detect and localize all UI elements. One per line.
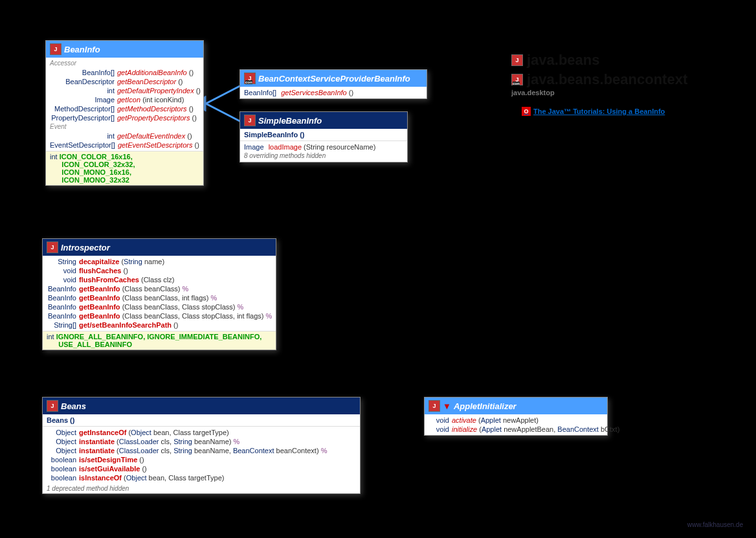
- module-label: java.desktop: [511, 89, 555, 96]
- class-box-appletinitializer[interactable]: J ▼ AppletInitializer voidactivate (Appl…: [424, 397, 608, 436]
- method-row: Objectinstantiate (ClassLoader cls, Stri…: [47, 446, 356, 455]
- class-icon: J: [244, 115, 256, 126]
- constructor-row: SimpleBeanInfo (): [244, 130, 403, 139]
- watermark: www.falkhausen.de: [687, 521, 743, 528]
- method-row: Stringdecapitalize (String name): [47, 257, 272, 266]
- constructor-row: Beans (): [47, 416, 356, 425]
- method-row: MethodDescriptor[]getMethodDescriptors (…: [50, 104, 199, 113]
- class-header: J BeanContextServiceProviderBeanInfo: [240, 70, 427, 87]
- java-icon: J: [511, 54, 523, 66]
- section-label: Accessor: [50, 59, 199, 68]
- class-header: J ▼ AppletInitializer: [425, 398, 607, 414]
- class-icon: J: [47, 241, 58, 253]
- method-row: booleanis/setDesignTime (): [47, 455, 356, 464]
- method-row: String[]get/setBeanInfoSearchPath (): [47, 320, 272, 330]
- method-row: BeanDescriptorgetBeanDescriptor (): [50, 77, 199, 86]
- method-row: BeanInfogetBeanInfo (Class beanClass, Cl…: [47, 311, 272, 320]
- class-icon: J: [50, 43, 61, 55]
- method-row: EventSetDescriptor[]getEventSetDescripto…: [50, 140, 199, 150]
- method-row: BeanInfogetBeanInfo (Class beanClass, Cl…: [47, 302, 272, 311]
- package-title-2: J java.beans.beancontext: [511, 71, 687, 88]
- class-box-introspector[interactable]: J Introspector Stringdecapitalize (Strin…: [42, 238, 276, 350]
- method-row: Image loadImage (String resourceName): [244, 142, 403, 151]
- method-row: BeanInfogetBeanInfo (Class beanClass) %: [47, 284, 272, 293]
- class-header: J BeanInfo: [46, 41, 203, 58]
- method-row: booleanis/setGuiAvailable (): [47, 464, 356, 473]
- method-row: BeanInfogetBeanInfo (Class beanClass, in…: [47, 293, 272, 302]
- method-row: intgetDefaultEventIndex (): [50, 131, 199, 140]
- method-row: Objectinstantiate (ClassLoader cls, Stri…: [47, 437, 356, 446]
- method-row: voidinitialize (Applet newAppletBean, Be…: [428, 425, 603, 434]
- class-icon: J: [244, 73, 256, 84]
- tutorial-link[interactable]: O The Java™ Tutorials: Using a BeanInfo: [522, 107, 665, 116]
- class-icon: J: [428, 400, 440, 412]
- class-box-beaninfo[interactable]: J BeanInfo Accessor BeanInfo[]getAdditio…: [45, 40, 204, 186]
- deprecated-marker-icon: ▼: [443, 401, 451, 411]
- class-icon: J: [47, 400, 58, 412]
- method-row: PropertyDescriptor[]getPropertyDescripto…: [50, 113, 199, 122]
- method-row: BeanInfo[]getAdditionalBeanInfo (): [50, 68, 199, 77]
- class-header: J Introspector: [43, 239, 276, 256]
- oracle-icon: O: [522, 107, 531, 116]
- method-row: booleanisInstanceOf (Object bean, Class …: [47, 473, 356, 482]
- method-row: voidactivate (Applet newApplet): [428, 416, 603, 425]
- method-row: ImagegetIcon (int iconKind): [50, 95, 199, 104]
- class-header: J Beans: [43, 398, 360, 414]
- constants-block: int IGNORE_ALL_BEANINFO, IGNORE_IMMEDIAT…: [43, 331, 276, 350]
- method-row: voidflushFromCaches (Class clz): [47, 275, 272, 284]
- class-box-simplebeaninfo[interactable]: J SimpleBeanInfo SimpleBeanInfo () Image…: [239, 111, 408, 163]
- class-box-beans[interactable]: J Beans Beans () ObjectgetInstanceOf (Ob…: [42, 397, 361, 494]
- method-row: intgetDefaultPropertyIndex (): [50, 86, 199, 95]
- method-row: ObjectgetInstanceOf (Object bean, Class …: [47, 428, 356, 437]
- package-title-1: J java.beans: [511, 52, 600, 69]
- class-header: J SimpleBeanInfo: [240, 112, 407, 129]
- beancontext-icon: J: [511, 74, 523, 85]
- method-row: voidflushCaches (): [47, 266, 272, 275]
- hidden-methods-note: 1 deprecated method hidden: [43, 484, 360, 493]
- hidden-methods-note: 8 overriding methods hidden: [244, 151, 403, 161]
- constants-block: int ICON_COLOR_16x16, ICON_COLOR_32x32, …: [46, 151, 203, 185]
- method-row: BeanInfo[] getServicesBeanInfo (): [244, 88, 423, 97]
- section-label: Event: [50, 122, 199, 131]
- class-box-bcsp[interactable]: J BeanContextServiceProviderBeanInfo Bea…: [239, 69, 427, 99]
